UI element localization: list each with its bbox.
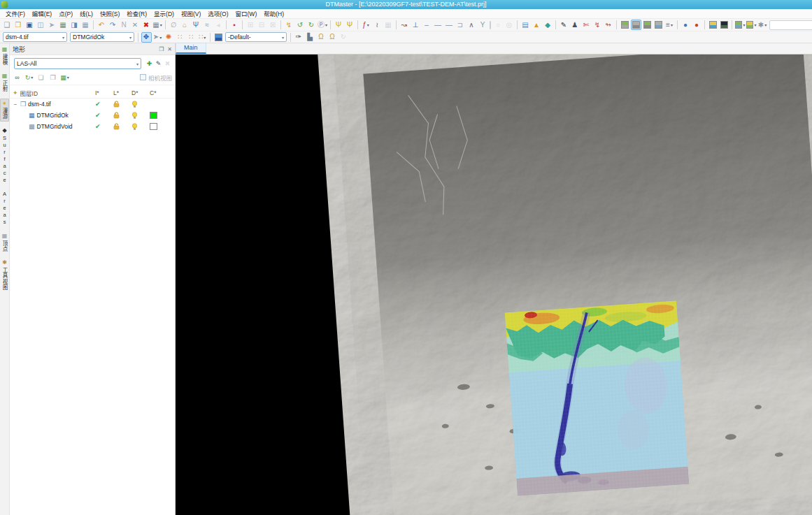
bolt-icon[interactable]: ↯ [592, 20, 603, 30]
layer-file-combo[interactable]: dsm-4.tif▾ [3, 32, 67, 42]
line-thick-icon[interactable]: ― [444, 20, 455, 30]
zoom-preset-1-icon[interactable]: ∷ [175, 32, 185, 43]
layer-color-swatch[interactable] [150, 123, 157, 130]
colormap-button[interactable] [708, 20, 718, 30]
gray-view-button[interactable] [631, 20, 641, 30]
lock-icon[interactable] [113, 112, 120, 119]
lock-icon[interactable] [113, 101, 120, 108]
measure-value-input[interactable] [490, 21, 491, 29]
warning-icon[interactable]: ▲ [532, 20, 542, 30]
visibility-bulb-icon[interactable] [131, 123, 138, 131]
route-icon[interactable]: ↬ [604, 20, 614, 30]
sync-views-icon[interactable]: ↻ [339, 32, 349, 43]
home-extent-icon[interactable]: ⌂ [180, 20, 190, 30]
viewport[interactable] [176, 55, 812, 515]
lock-icon[interactable] [113, 123, 120, 130]
layer-color-swatch[interactable] [150, 112, 157, 119]
remove-source-icon[interactable]: ✖ [163, 59, 172, 68]
function-tool-icon[interactable]: ƒ▾ [361, 20, 371, 30]
visibility-bulb-icon[interactable] [131, 112, 138, 119]
menu-item-4[interactable]: 快照(S) [97, 9, 123, 19]
smooth-line-icon[interactable]: ≀ [372, 20, 383, 30]
pen-icon[interactable]: ✎ [559, 20, 569, 30]
column-color[interactable]: C* [150, 89, 172, 96]
zoom-extents-icon[interactable]: ✺ [164, 32, 174, 43]
peak-tool-icon[interactable]: ∧ [466, 20, 477, 30]
cut-icon[interactable]: ✄ [581, 20, 592, 30]
block-icon[interactable]: ◆ [543, 20, 553, 30]
open-project-icon[interactable]: ❒ [13, 20, 24, 30]
darkmap-button[interactable] [719, 20, 729, 30]
las-source-combo[interactable]: LAS-All ▾ [14, 58, 141, 69]
margin-tool-icon[interactable]: ⊐ [455, 20, 466, 30]
pointer-icon[interactable]: ➤ [47, 20, 57, 30]
side-tab-model[interactable]: ▦建模 [0, 45, 9, 67]
vertex-drop-icon[interactable]: Ψ [345, 20, 355, 30]
settings-icon[interactable]: ✱▾ [757, 20, 768, 30]
draw-line-icon[interactable]: N [119, 20, 129, 30]
import-image-icon[interactable]: ◫ [36, 20, 46, 30]
tab-main[interactable]: Main [176, 43, 206, 54]
record-icon[interactable]: ▪ [229, 20, 240, 30]
histogram-icon[interactable]: ▙ [305, 32, 315, 43]
side-tab-roam[interactable]: ●漫游 [0, 99, 9, 122]
clear-selection-icon[interactable]: ∅ [169, 20, 179, 30]
fly-path-icon[interactable]: ↝ [399, 20, 410, 30]
close-panel-icon[interactable]: ✕ [167, 46, 172, 52]
grid-select-icon[interactable]: ▦▾ [152, 20, 163, 30]
delete-all-icon[interactable]: ✖ [141, 20, 152, 30]
visibility-bulb-icon[interactable] [131, 101, 138, 108]
grid-view-icon[interactable]: ▦ [58, 20, 69, 30]
branch-tool-icon[interactable]: Υ [478, 20, 488, 30]
layer-row-dsm-4.tif[interactable]: −❒dsm-4.tif✔ [10, 99, 175, 110]
display-mode-icon[interactable]: ≡▾ [664, 20, 675, 30]
flash-update-icon[interactable]: ↯ [284, 20, 294, 30]
menu-item-3[interactable]: 线(L) [76, 9, 97, 19]
line-thin-icon[interactable]: – [422, 20, 432, 30]
menu-item-9[interactable]: 窗口(W) [232, 9, 261, 19]
menu-item-2[interactable]: 点(P) [55, 9, 76, 19]
layer-row-DTMGridOk[interactable]: ▦DTMGridOk✔ [10, 110, 175, 121]
tree-expander[interactable]: − [13, 101, 18, 108]
las-file-icon[interactable]: ▤ [520, 20, 531, 30]
menu-item-0[interactable]: 文件(F) [2, 9, 29, 19]
binoculars-icon[interactable]: ∞ [13, 73, 22, 82]
draw-pencil-icon[interactable]: ✑ [294, 32, 304, 43]
zoom-preset-3-icon[interactable]: ∷▾ [197, 32, 208, 43]
float-panel-icon[interactable]: ❐ [159, 46, 164, 52]
blue-ball-icon[interactable]: ● [681, 20, 691, 30]
mosaic-view-icon[interactable]: ▦ [80, 20, 91, 30]
operator-icon[interactable]: ♟ [570, 20, 580, 30]
import-check-icon[interactable]: ✔ [95, 112, 101, 119]
filter-grid-icon[interactable]: ▦▾ [60, 73, 69, 82]
dem-view-button[interactable] [653, 20, 664, 30]
line-medium-icon[interactable]: — [433, 20, 443, 30]
pan-tool-icon[interactable]: ✥ [141, 32, 152, 43]
zoom-preset-2-icon[interactable]: ∷ [186, 32, 197, 43]
circle-tool-icon[interactable]: ○ [493, 20, 504, 30]
display-profile-combo[interactable]: -Default-▾ [225, 32, 287, 42]
ground-level-icon[interactable]: ⊥ [411, 20, 421, 30]
column-lock[interactable]: L* [113, 89, 131, 96]
photo-view-icon[interactable]: ◨ [69, 20, 80, 30]
annotation-combo[interactable]: ▾ [769, 20, 812, 30]
import-check-icon[interactable]: ✔ [95, 101, 101, 108]
target-tool-icon[interactable]: ◎ [504, 20, 515, 30]
menu-item-7[interactable]: 视图(V) [178, 9, 204, 19]
column-import[interactable]: I* [95, 89, 113, 96]
column-display[interactable]: D* [131, 89, 150, 96]
menu-item-10[interactable]: 帮助(H) [260, 9, 287, 19]
refresh-layers-icon[interactable]: ↻▾ [24, 73, 34, 82]
mixed-view-button[interactable] [642, 20, 653, 30]
snap-mode-icon[interactable]: Ⓟ▾ [318, 20, 328, 30]
new-file-icon[interactable]: ❑ [2, 20, 13, 30]
lock-view-icon[interactable]: Ω [316, 32, 327, 43]
side-tab-surface-areas[interactable]: ◆Surface Areas [0, 126, 9, 227]
copy-layer-icon[interactable]: ❏ [36, 73, 45, 82]
elevation-preset-button[interactable]: ▾ [746, 20, 757, 30]
monitor-icon[interactable] [213, 32, 224, 43]
select-tool-icon[interactable]: ➤▾ [152, 32, 163, 43]
menu-item-8[interactable]: 选项(O) [204, 9, 232, 19]
layer-row-DTMGridVoid[interactable]: ▩DTMGridVoid✔ [10, 121, 175, 132]
side-tab-vertices[interactable]: ▦顶点 [0, 232, 9, 254]
